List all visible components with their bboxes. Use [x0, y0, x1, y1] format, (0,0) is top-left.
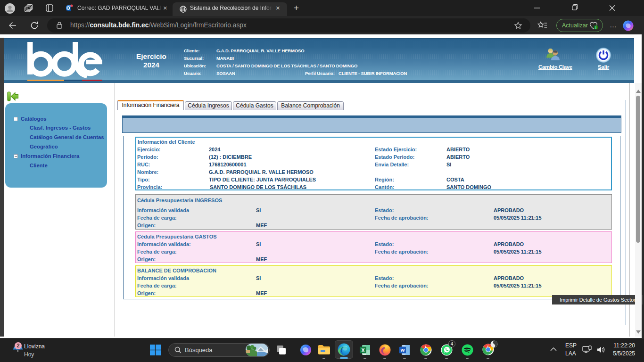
svg-text:!: !	[595, 25, 597, 30]
svg-text:X: X	[361, 347, 364, 353]
svg-text:W: W	[401, 347, 405, 353]
